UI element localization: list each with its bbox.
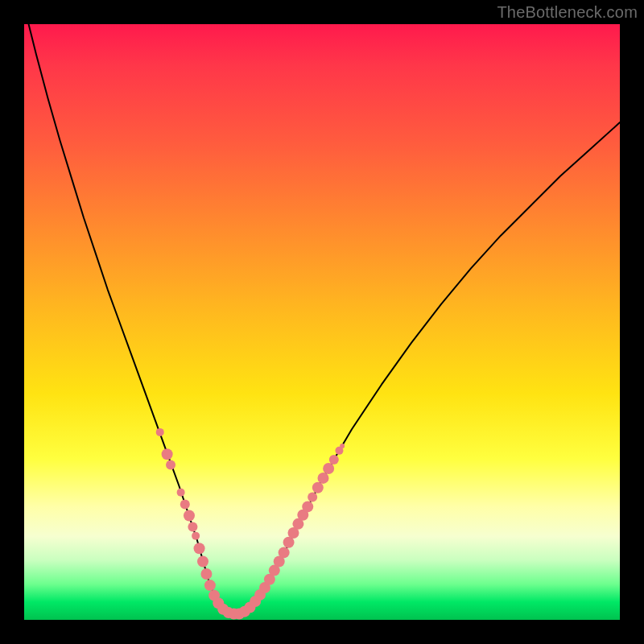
- plot-area: [24, 24, 620, 620]
- curve-marker: [184, 510, 195, 522]
- curve-marker: [283, 537, 295, 548]
- curve-marker: [197, 555, 208, 567]
- curve-marker: [162, 448, 173, 460]
- curve-marker: [188, 522, 197, 532]
- curve-markers: [156, 428, 345, 620]
- bottleneck-curve: [24, 6, 620, 614]
- curve-marker: [308, 493, 317, 502]
- curve-marker: [302, 501, 313, 512]
- curve-marker: [194, 543, 205, 554]
- curve-marker: [204, 580, 216, 591]
- curve-marker: [317, 473, 328, 484]
- curve-marker: [177, 489, 185, 497]
- curve-marker: [312, 482, 324, 493]
- chart-svg: [24, 24, 620, 620]
- curve-marker: [323, 463, 334, 474]
- curve-marker: [166, 460, 175, 470]
- curve-marker: [279, 547, 290, 558]
- curve-marker: [200, 568, 212, 580]
- curve-marker: [192, 532, 200, 540]
- chart-stage: TheBottleneck.com: [0, 0, 644, 644]
- curve-marker: [156, 428, 164, 436]
- curve-marker: [329, 455, 339, 464]
- watermark-text: TheBottleneck.com: [497, 3, 638, 22]
- curve-marker: [180, 499, 190, 509]
- curve-marker: [340, 444, 345, 448]
